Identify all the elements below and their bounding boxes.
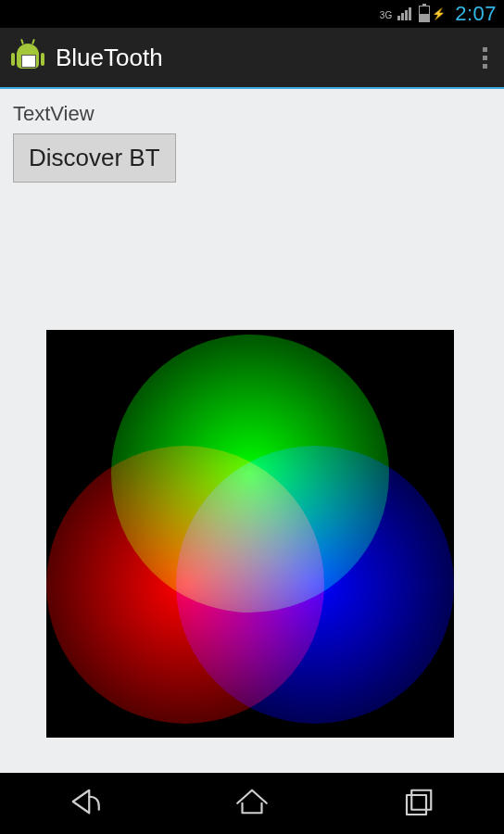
back-button[interactable]: [37, 775, 132, 832]
network-indicator: 3G: [380, 6, 392, 21]
app-title: BlueTooth: [56, 44, 466, 72]
app-icon: [11, 41, 44, 74]
status-bar: 3G ⚡ 2:07: [0, 0, 504, 28]
discover-bt-button[interactable]: Discover BT: [13, 133, 176, 183]
svg-rect-4: [407, 795, 426, 815]
content-area: TextView Discover BT: [0, 87, 504, 773]
overflow-menu-button[interactable]: [477, 42, 493, 74]
home-button[interactable]: [205, 775, 299, 832]
clock-label: 2:07: [455, 2, 497, 26]
charging-icon: ⚡: [432, 7, 446, 20]
network-type-label: 3G: [380, 10, 392, 20]
device-frame: 3G ⚡ 2:07 BlueTooth TextView Discover BT: [0, 0, 504, 834]
action-bar: BlueTooth: [0, 28, 504, 87]
battery-icon: [419, 6, 430, 22]
rgb-venn-image: [46, 330, 454, 738]
svg-rect-3: [412, 790, 432, 810]
navigation-bar: [0, 773, 504, 834]
textview-label: TextView: [13, 102, 491, 126]
svg-point-2: [176, 446, 454, 724]
signal-bars-icon: [397, 7, 411, 20]
recent-apps-button[interactable]: [372, 775, 467, 832]
